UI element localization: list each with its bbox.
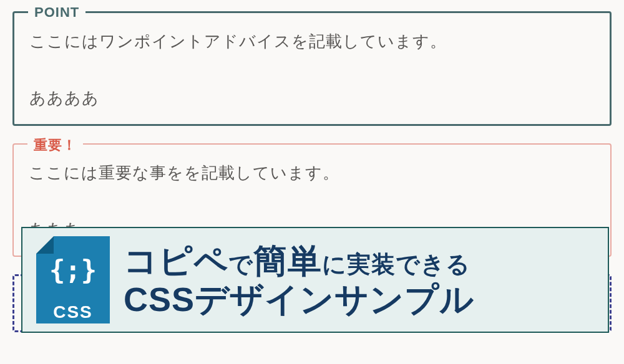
banner-line2: CSSデザインサンプル — [124, 280, 474, 318]
banner-line1-seg2: で — [228, 251, 253, 277]
banner-line1-seg3: 簡単 — [253, 242, 322, 279]
callout-important-text-1: ここには重要な事をを記載しています。 — [29, 162, 595, 184]
braces-icon: {;} — [36, 255, 110, 285]
callout-point-label: POINT — [28, 4, 85, 21]
banner-text: コピペで簡単に実装できる CSSデザインサンプル — [124, 241, 474, 318]
callout-important-label: 重要！ — [27, 136, 83, 155]
banner-line1-seg4: に実装できる — [322, 251, 470, 277]
callout-point: POINT ここにはワンポイントアドバイスを記載しています。 ああああ — [12, 11, 612, 126]
css-file-icon: {;} CSS — [36, 236, 110, 323]
callout-point-text-1: ここにはワンポイントアドバイスを記載しています。 — [29, 31, 595, 52]
banner-line1-seg1: コピペ — [124, 242, 228, 279]
overlay-banner: {;} CSS コピペで簡単に実装できる CSSデザインサンプル — [21, 227, 609, 333]
callout-point-text-2: ああああ — [29, 87, 595, 109]
css-tag-label: CSS — [36, 301, 110, 323]
